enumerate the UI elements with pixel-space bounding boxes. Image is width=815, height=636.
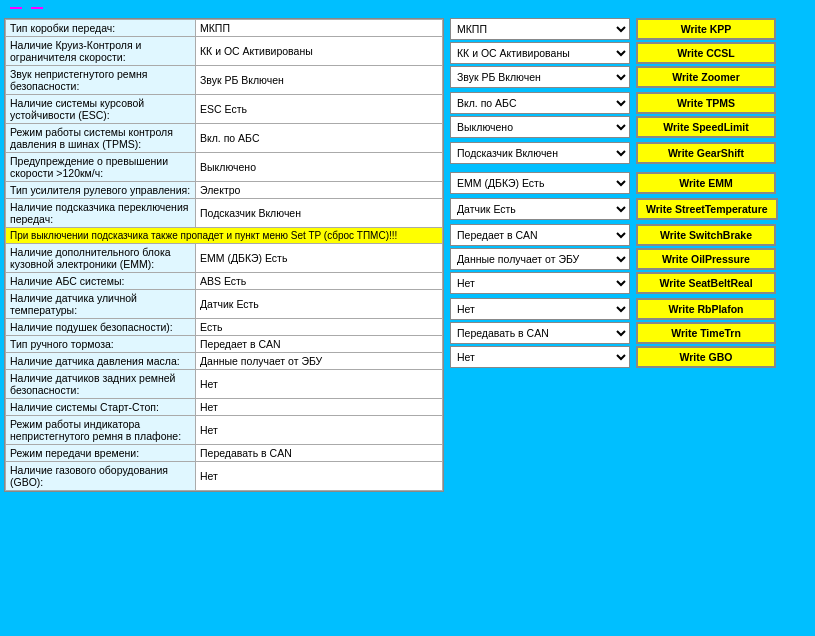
write-button[interactable]: Write SwitchBrake (636, 224, 776, 246)
dropdown-select[interactable]: Звук РБ Включен (450, 66, 630, 88)
right-row: Данные получает от ЭБУWrite OilPressure (450, 248, 811, 270)
row-label: Наличие АБС системы: (6, 273, 196, 290)
main-container: Тип коробки передач:МКППНаличие Круиз-Ко… (0, 16, 815, 494)
right-row: МКППWrite KPP (450, 18, 811, 40)
dropdown-select[interactable]: МКПП (450, 18, 630, 40)
table-row: Тип коробки передач:МКПП (6, 20, 443, 37)
table-row: Тип ручного тормоза:Передает в CAN (6, 336, 443, 353)
write-button[interactable]: Write StreetTemperature (636, 198, 778, 220)
right-row: КК и ОС АктивированыWrite CCSL (450, 42, 811, 64)
write-button[interactable]: Write CCSL (636, 42, 776, 64)
table-row: Наличие Круиз-Контроля и ограничителя ск… (6, 37, 443, 66)
row-label: Наличие датчика давления масла: (6, 353, 196, 370)
row-label: Наличие подушек безопасности): (6, 319, 196, 336)
write-button[interactable]: Write EMM (636, 172, 776, 194)
row-label: Тип коробки передач: (6, 20, 196, 37)
dropdown-select[interactable]: Вкл. по АБС (450, 92, 630, 114)
row-label: Наличие системы Старт-Стоп: (6, 399, 196, 416)
dropdown-select[interactable]: КК и ОС Активированы (450, 42, 630, 64)
row-value: Выключено (196, 153, 443, 182)
right-row: ВыключеноWrite SpeedLimit (450, 116, 811, 138)
table-row: Звук непристегнутого ремня безопасности:… (6, 66, 443, 95)
row-label: Тип ручного тормоза: (6, 336, 196, 353)
table-row: Наличие системы Старт-Стоп:Нет (6, 399, 443, 416)
right-row: НетWrite SeatBeltReal (450, 272, 811, 294)
row-value: Звук РБ Включен (196, 66, 443, 95)
table-row: Режим работы индикатора непристегнутого … (6, 416, 443, 445)
row-value: Нет (196, 370, 443, 399)
dropdown-select[interactable]: Нет (450, 346, 630, 368)
right-row: ЕММ (ДБКЭ) ЕстьWrite EMM (450, 172, 811, 194)
dropdown-select[interactable]: Передавать в CAN (450, 322, 630, 344)
row-value: Подсказчик Включен (196, 199, 443, 228)
right-row: Передавать в CANWrite TimeTrn (450, 322, 811, 344)
dropdown-select[interactable]: Нет (450, 298, 630, 320)
row-label: Наличие газового оборудования (GBO): (6, 462, 196, 491)
row-label: Предупреждение о превышении скорости >12… (6, 153, 196, 182)
row-label: Режим передачи времени: (6, 445, 196, 462)
dropdown-select[interactable]: Датчик Есть (450, 198, 630, 220)
dropdown-select[interactable]: Передает в CAN (450, 224, 630, 246)
row-value: Передавать в CAN (196, 445, 443, 462)
data-table: Тип коробки передач:МКППНаличие Круиз-Ко… (5, 19, 443, 491)
write-button[interactable]: Write GBO (636, 346, 776, 368)
table-row: Режим передачи времени:Передавать в CAN (6, 445, 443, 462)
row-value: ABS Есть (196, 273, 443, 290)
table-row: Наличие АБС системы:ABS Есть (6, 273, 443, 290)
row-value: КК и ОС Активированы (196, 37, 443, 66)
dropdown-select[interactable]: Данные получает от ЭБУ (450, 248, 630, 270)
row-label: Наличие датчика уличной температуры: (6, 290, 196, 319)
row-label: Наличие подсказчика переключения передач… (6, 199, 196, 228)
panel-version-value (10, 7, 22, 9)
row-value: МКПП (196, 20, 443, 37)
warning-row: При выключении подсказчика также пропаде… (6, 228, 443, 244)
dropdown-select[interactable]: Выключено (450, 116, 630, 138)
row-value: Электро (196, 182, 443, 199)
table-row: Наличие системы курсовой устойчивости (E… (6, 95, 443, 124)
table-row: Наличие датчика давления масла:Данные по… (6, 353, 443, 370)
write-button[interactable]: Write KPP (636, 18, 776, 40)
row-label: Режим работы индикатора непристегнутого … (6, 416, 196, 445)
write-button[interactable]: Write SeatBeltReal (636, 272, 776, 294)
table-row: Наличие датчиков задних ремней безопасно… (6, 370, 443, 399)
right-row: НетWrite RbPlafon (450, 298, 811, 320)
right-row: НетWrite GBO (450, 346, 811, 368)
row-value: Нет (196, 399, 443, 416)
right-row: Звук РБ ВключенWrite Zoomer (450, 66, 811, 88)
row-label: Режим работы системы контроля давления в… (6, 124, 196, 153)
dropdown-select[interactable]: Подсказчик Включен (450, 142, 630, 164)
row-label: Тип усилителя рулевого управления: (6, 182, 196, 199)
table-row: Наличие датчика уличной температуры:Датч… (6, 290, 443, 319)
write-button[interactable]: Write TimeTrn (636, 322, 776, 344)
table-row: Наличие подушек безопасности):Есть (6, 319, 443, 336)
right-row: Датчик ЕстьWrite StreetTemperature (450, 198, 811, 220)
right-row: Вкл. по АБСWrite TPMS (450, 92, 811, 114)
row-value: ЕММ (ДБКЭ) Есть (196, 244, 443, 273)
row-label: Наличие системы курсовой устойчивости (E… (6, 95, 196, 124)
write-button[interactable]: Write OilPressure (636, 248, 776, 270)
table-row: Наличие подсказчика переключения передач… (6, 199, 443, 228)
row-value: Данные получает от ЭБУ (196, 353, 443, 370)
table-row: Режим работы системы контроля давления в… (6, 124, 443, 153)
row-value: Датчик Есть (196, 290, 443, 319)
row-value: Нет (196, 462, 443, 491)
write-button[interactable]: Write GearShift (636, 142, 776, 164)
table-row: Наличие газового оборудования (GBO):Нет (6, 462, 443, 491)
write-button[interactable]: Write RbPlafon (636, 298, 776, 320)
write-button[interactable]: Write Zoomer (636, 66, 776, 88)
left-panel: Тип коробки передач:МКППНаличие Круиз-Ко… (4, 18, 444, 492)
row-value: Нет (196, 416, 443, 445)
write-button[interactable]: Write TPMS (636, 92, 776, 114)
table-row: Тип усилителя рулевого управления:Электр… (6, 182, 443, 199)
dropdown-select[interactable]: ЕММ (ДБКЭ) Есть (450, 172, 630, 194)
write-button[interactable]: Write SpeedLimit (636, 116, 776, 138)
table-row: Наличие дополнительного блока кузовной э… (6, 244, 443, 273)
row-value: Вкл. по АБС (196, 124, 443, 153)
row-value: Есть (196, 319, 443, 336)
row-label: Наличие дополнительного блока кузовной э… (6, 244, 196, 273)
row-label: Наличие датчиков задних ремней безопасно… (6, 370, 196, 399)
table-row: Предупреждение о превышении скорости >12… (6, 153, 443, 182)
row-label: Звук непристегнутого ремня безопасности: (6, 66, 196, 95)
row-value: Передает в CAN (196, 336, 443, 353)
dropdown-select[interactable]: Нет (450, 272, 630, 294)
